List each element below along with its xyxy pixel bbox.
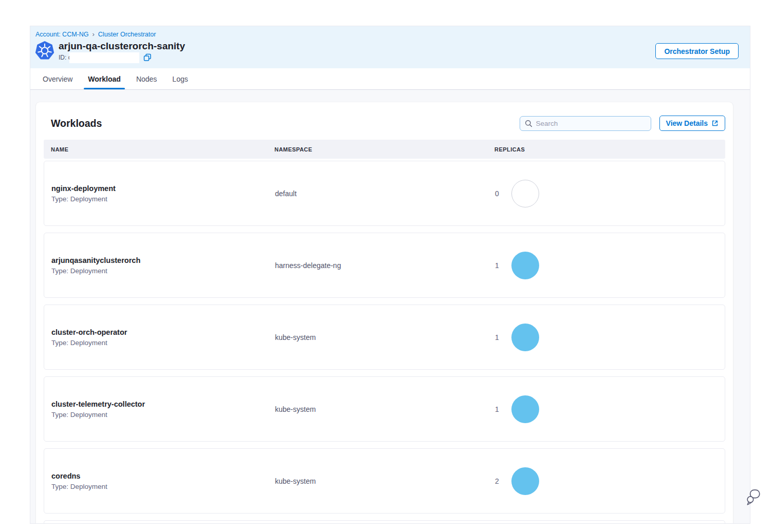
tab-nodes[interactable]: Nodes — [136, 68, 157, 89]
page-header: Account: CCM-NG › Cluster Orchestrator — [30, 26, 750, 68]
replica-count: 1 — [495, 405, 499, 413]
workload-name: nginx-deployment — [51, 184, 275, 193]
page-title: arjun-qa-clusterorch-sanity — [59, 41, 185, 52]
breadcrumb-account-link[interactable]: Account: CCM-NG — [35, 31, 89, 38]
workload-type: Type: Deployment — [51, 195, 275, 203]
external-link-icon — [711, 120, 719, 127]
workload-namespace: harness-delegate-ng — [275, 261, 495, 270]
view-details-label: View Details — [666, 119, 708, 127]
workload-replicas-cell: 1 — [495, 324, 725, 351]
breadcrumb: Account: CCM-NG › Cluster Orchestrator — [35, 31, 740, 38]
column-header-namespace: NAMESPACE — [274, 146, 494, 153]
workload-namespace: default — [275, 189, 495, 198]
workload-replicas-cell: 0 — [495, 180, 725, 207]
workload-name: arjunqasanityclusterorch — [51, 256, 275, 264]
content-area: Workloads View Details — [30, 90, 750, 524]
column-header-name: NAME — [51, 146, 274, 153]
search-box[interactable] — [520, 116, 651, 131]
tab-workload[interactable]: Workload — [88, 68, 121, 89]
kubernetes-icon — [35, 41, 54, 61]
workload-type: Type: Deployment — [51, 483, 275, 490]
table-row[interactable]: cluster-telemetry-collector Type: Deploy… — [44, 376, 725, 442]
table-row[interactable]: arjunqasanityclusterorch Type: Deploymen… — [44, 233, 725, 298]
search-input[interactable] — [536, 120, 646, 127]
replica-count: 0 — [495, 189, 499, 198]
cluster-orchestrator-page: Account: CCM-NG › Cluster Orchestrator — [30, 26, 750, 524]
replica-count: 1 — [495, 333, 499, 341]
workload-type: Type: Deployment — [51, 411, 275, 419]
workload-name-cell: cluster-telemetry-collector Type: Deploy… — [51, 400, 275, 419]
workload-name-cell: arjunqasanityclusterorch Type: Deploymen… — [51, 256, 275, 275]
copy-icon[interactable] — [143, 53, 152, 62]
workload-replicas-cell: 1 — [495, 395, 725, 423]
workload-table-body: nginx-deployment Type: Deployment defaul… — [44, 161, 725, 524]
orchestrator-setup-label: Orchestrator Setup — [664, 47, 730, 55]
workload-name-cell: nginx-deployment Type: Deployment — [51, 184, 275, 203]
replica-count: 2 — [495, 477, 499, 485]
replica-indicator — [511, 252, 539, 279]
workloads-title: Workloads — [51, 118, 102, 129]
table-row[interactable]: nginx-deployment Type: Deployment defaul… — [44, 161, 725, 226]
workload-replicas-cell: 1 — [495, 252, 725, 279]
cluster-id-redacted — [69, 52, 139, 63]
orchestrator-setup-button[interactable]: Orchestrator Setup — [655, 43, 739, 59]
tab-overview[interactable]: Overview — [43, 68, 72, 89]
replica-count: 1 — [495, 261, 499, 270]
replica-indicator — [511, 324, 539, 351]
workload-namespace: kube-system — [275, 333, 495, 341]
workload-replicas-cell: 2 — [495, 467, 725, 495]
workloads-panel: Workloads View Details — [36, 102, 733, 524]
chevron-right-icon: › — [93, 30, 95, 38]
workload-namespace: kube-system — [275, 477, 495, 485]
workload-namespace: kube-system — [275, 405, 495, 413]
tab-bar: Overview Workload Nodes Logs — [30, 68, 750, 90]
table-row[interactable]: coredns Type: Deployment kube-system 2 — [44, 448, 725, 514]
search-icon — [525, 120, 532, 127]
table-row-partial[interactable] — [44, 520, 725, 524]
workload-name-cell: coredns Type: Deployment — [51, 472, 275, 490]
tab-logs[interactable]: Logs — [172, 68, 188, 89]
workload-name: cluster-orch-operator — [51, 328, 275, 336]
replica-indicator — [511, 180, 539, 207]
replica-indicator — [511, 395, 539, 423]
workload-name: coredns — [51, 472, 275, 480]
workload-name: cluster-telemetry-collector — [51, 400, 275, 408]
workload-type: Type: Deployment — [51, 339, 275, 347]
table-header: NAME NAMESPACE REPLICAS — [44, 140, 725, 159]
breadcrumb-section-link[interactable]: Cluster Orchestrator — [98, 31, 156, 38]
workload-type: Type: Deployment — [51, 267, 275, 275]
column-header-replicas: REPLICAS — [494, 146, 725, 153]
replica-indicator — [511, 467, 539, 495]
chat-bubbles-icon[interactable] — [745, 488, 762, 507]
view-details-button[interactable]: View Details — [659, 116, 725, 131]
workload-name-cell: cluster-orch-operator Type: Deployment — [51, 328, 275, 347]
table-row[interactable]: cluster-orch-operator Type: Deployment k… — [44, 305, 725, 370]
